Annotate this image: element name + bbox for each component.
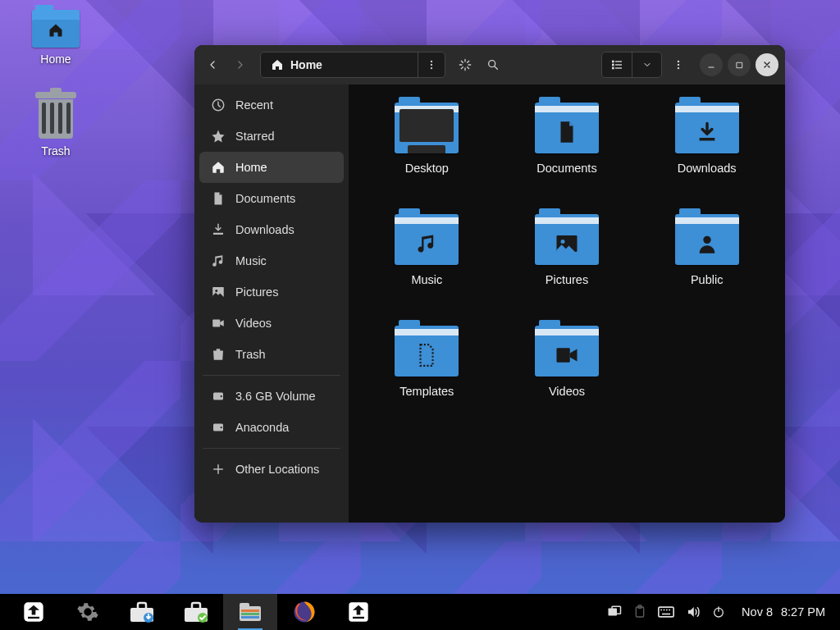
hamburger-menu-button[interactable] [667, 53, 690, 76]
sidebar-item-pictures[interactable]: Pictures [199, 276, 344, 308]
sidebar-separator [203, 448, 340, 449]
folder-icon [675, 214, 739, 265]
sidebar-item-home[interactable]: Home [199, 152, 344, 183]
sidebar-item-documents[interactable]: Documents [199, 183, 344, 214]
view-dropdown-button[interactable] [632, 52, 661, 77]
svg-rect-8 [615, 64, 622, 65]
svg-point-23 [221, 427, 222, 428]
tray-clipboard-icon[interactable] [633, 605, 646, 619]
folder-label: Music [411, 273, 442, 286]
view-list-button[interactable] [602, 52, 632, 77]
path-bar[interactable]: Home [260, 52, 445, 78]
taskbar-app-software[interactable] [169, 594, 223, 630]
sidebar-item-recent[interactable]: Recent [199, 89, 344, 121]
sidebar-item-videos[interactable]: Videos [199, 308, 344, 339]
taskbar-date: Nov 8 [742, 605, 773, 619]
close-button[interactable] [756, 53, 778, 76]
nav-forward-button[interactable] [229, 53, 252, 76]
folder-desktop[interactable]: Desktop [358, 99, 495, 208]
nav-back-button[interactable] [201, 53, 224, 76]
folder-label: Documents [536, 162, 596, 175]
desktop-icon-home[interactable]: Home [23, 10, 89, 66]
svg-point-18 [215, 290, 217, 292]
path-segment-home[interactable]: Home [261, 52, 332, 77]
svg-rect-42 [353, 617, 364, 619]
folder-pictures[interactable]: Pictures [499, 211, 636, 319]
location-button[interactable] [454, 53, 477, 76]
svg-point-3 [489, 61, 495, 67]
sidebar-item-label: 3.6 GB Volume [235, 390, 316, 403]
folder-music[interactable]: Music [358, 211, 495, 319]
home-folder-icon [32, 10, 80, 48]
folder-templates[interactable]: Templates [358, 322, 495, 431]
sidebar-separator [203, 375, 340, 376]
sidebar-item-trash[interactable]: Trash [199, 339, 344, 370]
folder-icon [535, 214, 599, 265]
desktop-icon-label: Home [40, 52, 71, 66]
maximize-button[interactable] [728, 53, 751, 76]
minimize-button[interactable] [700, 53, 723, 76]
sidebar-item-label: Anaconda [235, 421, 289, 434]
path-menu-button[interactable] [418, 52, 445, 77]
sidebar: Recent Starred Home Documents Downloads … [194, 84, 349, 523]
system-tray: Nov 8 8:27 PM [607, 605, 833, 619]
taskbar-app-firefox[interactable] [277, 594, 331, 630]
sidebar-item-volume[interactable]: 3.6 GB Volume [199, 381, 344, 412]
folder-label: Public [691, 273, 724, 286]
sidebar-item-label: Starred [235, 130, 275, 143]
folder-label: Pictures [546, 273, 588, 286]
svg-rect-50 [666, 609, 668, 611]
svg-rect-30 [28, 617, 39, 619]
folder-icon [675, 103, 739, 153]
svg-rect-9 [615, 67, 622, 68]
svg-point-12 [678, 67, 679, 69]
sidebar-item-starred[interactable]: Starred [199, 121, 344, 152]
folder-icon [395, 326, 459, 377]
sidebar-item-label: Downloads [235, 223, 294, 236]
desktop-icon-trash[interactable]: Trash [23, 92, 89, 158]
svg-point-2 [431, 67, 432, 69]
taskbar: Nov 8 8:27 PM [0, 594, 840, 630]
folder-public[interactable]: Public [638, 211, 775, 319]
folder-documents[interactable]: Documents [499, 99, 636, 208]
sidebar-item-anaconda[interactable]: Anaconda [199, 412, 344, 443]
folder-icon [395, 214, 459, 265]
sidebar-item-music[interactable]: Music [199, 245, 344, 276]
svg-rect-37 [241, 609, 259, 612]
taskbar-app-disk-utility[interactable] [331, 594, 386, 630]
tray-workspaces-icon[interactable] [607, 605, 622, 619]
sidebar-item-label: Recent [235, 98, 273, 112]
taskbar-app-files[interactable] [223, 594, 277, 630]
svg-point-0 [431, 61, 432, 62]
sidebar-item-downloads[interactable]: Downloads [199, 214, 344, 245]
folder-icon [535, 326, 599, 377]
search-button[interactable] [482, 53, 504, 76]
folder-label: Downloads [678, 162, 737, 175]
svg-rect-4 [612, 61, 614, 63]
svg-rect-6 [612, 67, 614, 70]
folder-label: Templates [399, 385, 454, 398]
folder-grid[interactable]: Desktop Documents Downloads Music [349, 84, 785, 523]
svg-rect-51 [669, 609, 670, 611]
svg-point-26 [560, 240, 564, 244]
taskbar-clock[interactable]: Nov 8 8:27 PM [737, 605, 830, 619]
tray-keyboard-icon[interactable] [658, 606, 674, 618]
svg-rect-13 [709, 67, 714, 68]
tray-volume-icon[interactable] [686, 605, 701, 619]
svg-rect-48 [660, 609, 662, 611]
sidebar-item-label: Pictures [235, 285, 278, 299]
taskbar-app-installer[interactable] [7, 594, 61, 630]
folder-downloads[interactable]: Downloads [638, 99, 775, 208]
sidebar-item-label: Documents [235, 192, 295, 205]
taskbar-app-settings[interactable] [61, 594, 115, 630]
sidebar-item-other-locations[interactable]: Other Locations [199, 454, 344, 485]
tray-power-icon[interactable] [712, 605, 725, 619]
desktop-icons: Home Trash [23, 10, 89, 158]
svg-rect-28 [556, 348, 569, 363]
svg-rect-14 [737, 62, 742, 67]
desktop-icon-label: Trash [41, 144, 70, 158]
folder-videos[interactable]: Videos [499, 322, 636, 431]
window-titlebar[interactable]: Home [194, 45, 785, 84]
view-mode-toggle [601, 52, 662, 78]
taskbar-app-software-install[interactable] [115, 594, 169, 630]
